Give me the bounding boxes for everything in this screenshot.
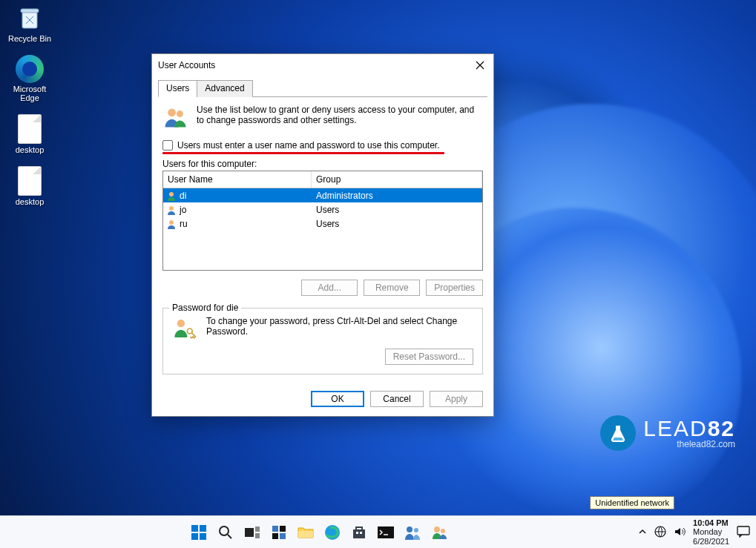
tray-overflow-button[interactable] — [638, 527, 647, 538]
user-accounts-icon — [431, 524, 447, 541]
speaker-icon — [674, 526, 686, 538]
svg-point-27 — [407, 526, 412, 532]
store-button[interactable] — [349, 522, 369, 543]
svg-point-29 — [434, 526, 440, 532]
network-tooltip: Unidentified network — [590, 496, 674, 509]
svg-rect-1 — [21, 9, 39, 13]
svg-rect-19 — [272, 533, 278, 539]
widgets-button[interactable] — [269, 522, 289, 543]
terminal-button[interactable] — [375, 522, 396, 543]
svg-rect-24 — [356, 532, 358, 534]
edge-icon — [16, 55, 44, 83]
notifications-button[interactable] — [737, 526, 750, 539]
svg-rect-17 — [272, 526, 278, 532]
svg-point-13 — [220, 526, 229, 535]
svg-rect-10 — [200, 525, 206, 532]
user-icon — [166, 219, 177, 229]
password-legend: Password for die — [169, 303, 241, 313]
svg-rect-15 — [255, 526, 260, 532]
remove-button[interactable]: Remove — [364, 280, 420, 296]
svg-rect-26 — [378, 526, 394, 538]
watermark: LEAD82 thelead82.com — [600, 415, 735, 451]
netplwiz-button[interactable] — [429, 522, 450, 543]
close-button[interactable] — [473, 59, 487, 72]
col-header-name[interactable]: User Name — [163, 171, 312, 188]
user-icon — [166, 205, 177, 215]
users-table: User Name Group di Administrators — [162, 171, 483, 271]
close-icon — [476, 61, 484, 70]
people-button[interactable] — [402, 522, 423, 543]
volume-tray-icon[interactable] — [674, 526, 686, 539]
windows-icon — [191, 524, 207, 541]
desktop-icon-label: Microsoft Edge — [13, 85, 47, 102]
people-icon — [404, 525, 421, 540]
folder-icon — [298, 526, 314, 539]
desktop-icon-recycle-bin[interactable]: Recycle Bin — [4, 3, 55, 43]
svg-point-30 — [441, 529, 445, 533]
file-explorer-button[interactable] — [295, 522, 316, 543]
highlight-underline — [162, 152, 444, 154]
users-group-icon — [162, 105, 189, 131]
desktop-icon-label: desktop — [16, 197, 45, 206]
start-button[interactable] — [188, 522, 209, 543]
system-tray: 10:04 PM Monday 6/28/2021 — [638, 518, 756, 545]
desktop-icon-area: Recycle Bin Microsoft Edge desktop deskt… — [4, 3, 64, 218]
task-view-button[interactable] — [242, 522, 263, 543]
user-icon — [166, 191, 177, 201]
user-accounts-dialog: User Accounts Users Advanced Use the lis… — [151, 53, 494, 417]
tab-row: Users Advanced — [158, 79, 487, 97]
svg-rect-25 — [360, 532, 362, 534]
tray-clock[interactable]: 10:04 PM Monday 6/28/2021 — [693, 518, 729, 545]
add-button[interactable]: Add... — [301, 280, 358, 296]
recycle-bin-icon — [15, 3, 45, 33]
svg-rect-14 — [245, 528, 254, 537]
svg-point-3 — [177, 110, 183, 117]
svg-rect-23 — [353, 529, 365, 538]
svg-rect-9 — [191, 525, 198, 532]
svg-point-8 — [187, 329, 192, 334]
edge-taskbar-button[interactable] — [322, 522, 343, 543]
table-row[interactable]: ru Users — [163, 217, 482, 231]
cancel-button[interactable]: Cancel — [370, 391, 424, 407]
desktop-icon-file-2[interactable]: desktop — [4, 166, 55, 206]
svg-point-6 — [169, 220, 174, 225]
desktop-icon-label: desktop — [16, 145, 45, 154]
intro-text: Use the list below to grant or deny user… — [197, 105, 483, 131]
svg-rect-18 — [280, 526, 286, 532]
col-header-group[interactable]: Group — [312, 171, 482, 188]
task-view-icon — [245, 526, 260, 538]
svg-rect-32 — [737, 526, 749, 535]
table-row[interactable]: di Administrators — [163, 188, 482, 202]
network-tray-icon[interactable] — [654, 526, 666, 539]
properties-button[interactable]: Properties — [426, 280, 483, 296]
chevron-up-icon — [638, 527, 647, 536]
svg-rect-11 — [191, 533, 198, 540]
reset-password-button[interactable]: Reset Password... — [385, 349, 473, 365]
flask-icon — [600, 415, 636, 451]
password-text: To change your password, press Ctrl-Alt-… — [206, 316, 473, 337]
desktop-icon-edge[interactable]: Microsoft Edge — [4, 55, 55, 102]
user-key-icon — [172, 316, 197, 341]
search-button[interactable] — [215, 522, 236, 543]
svg-point-2 — [168, 108, 176, 116]
table-header: User Name Group — [163, 171, 482, 188]
svg-rect-20 — [280, 533, 286, 539]
search-icon — [218, 525, 233, 540]
widgets-icon — [272, 525, 286, 540]
globe-icon — [654, 526, 666, 538]
apply-button[interactable]: Apply — [430, 391, 483, 407]
must-enter-label: Users must enter a user name and passwor… — [177, 140, 440, 151]
store-icon — [352, 525, 367, 540]
desktop-icon-file-1[interactable]: desktop — [4, 114, 55, 154]
edge-icon — [324, 524, 341, 541]
svg-rect-12 — [200, 533, 206, 540]
tab-advanced[interactable]: Advanced — [197, 80, 252, 97]
tab-users[interactable]: Users — [158, 80, 197, 97]
must-enter-checkbox[interactable] — [162, 140, 173, 151]
dialog-titlebar[interactable]: User Accounts — [152, 54, 493, 76]
terminal-icon — [378, 526, 394, 538]
table-row[interactable]: jo Users — [163, 202, 482, 217]
ok-button[interactable]: OK — [311, 391, 364, 407]
file-icon — [18, 166, 42, 196]
svg-rect-16 — [255, 533, 260, 538]
